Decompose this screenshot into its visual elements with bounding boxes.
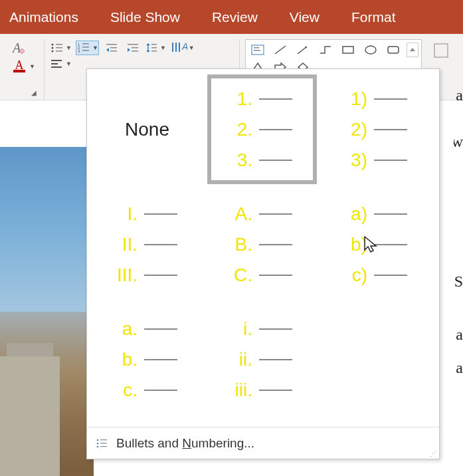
- increase-indent-icon: [126, 42, 139, 54]
- svg-rect-50: [100, 446, 107, 447]
- none-label: None: [125, 119, 169, 140]
- quick-styles-button[interactable]: [430, 39, 452, 62]
- caret-down-icon: ▼: [92, 45, 98, 51]
- font-color-button[interactable]: A ▼: [11, 58, 35, 75]
- svg-text:A: A: [181, 41, 187, 52]
- tab-slide-show[interactable]: Slide Show: [108, 5, 183, 29]
- numbering-option-decimal-paren[interactable]: 1) 2) 3): [322, 74, 432, 184]
- text-direction-button[interactable]: A ▼: [170, 41, 195, 55]
- increase-indent-button[interactable]: [124, 39, 141, 57]
- svg-point-37: [365, 46, 376, 54]
- bullets-button[interactable]: ▼: [50, 41, 72, 55]
- numbering-option-decimal-dot[interactable]: 1. 2. 3.: [207, 74, 317, 184]
- line-spacing-button[interactable]: ▼: [145, 41, 166, 55]
- slide-thumbnail: [0, 147, 94, 476]
- align-left-icon: [50, 58, 64, 70]
- svg-marker-39: [410, 48, 415, 51]
- eraser-icon: [18, 46, 26, 54]
- tab-format[interactable]: Format: [349, 5, 399, 29]
- slide-text-peek: a w S a a e: [454, 86, 463, 419]
- svg-rect-46: [100, 439, 107, 440]
- svg-rect-7: [82, 43, 89, 45]
- svg-point-2: [52, 47, 54, 49]
- tab-view[interactable]: View: [287, 5, 322, 29]
- svg-rect-27: [51, 60, 62, 61]
- gallery-scroll-up[interactable]: [407, 43, 418, 57]
- align-left-button[interactable]: ▼: [50, 58, 72, 70]
- svg-marker-17: [128, 48, 130, 52]
- text-box-shape[interactable]: [248, 43, 267, 57]
- svg-point-45: [97, 439, 98, 440]
- caret-down-icon: ▼: [189, 45, 195, 51]
- numbering-option-lower-roman[interactable]: i. ii. iii.: [207, 304, 317, 414]
- svg-rect-9: [82, 47, 89, 48]
- svg-point-47: [97, 442, 98, 443]
- svg-rect-19: [132, 51, 138, 52]
- svg-rect-48: [100, 443, 107, 443]
- svg-rect-11: [82, 50, 89, 51]
- svg-point-49: [97, 445, 98, 447]
- svg-rect-3: [56, 47, 62, 49]
- svg-rect-32: [254, 50, 260, 51]
- numbering-option-none[interactable]: None: [92, 74, 202, 184]
- slide-building-graphic: [0, 356, 60, 476]
- svg-rect-21: [151, 47, 157, 49]
- svg-rect-38: [388, 47, 399, 53]
- svg-rect-14: [110, 47, 117, 49]
- line-spacing-icon: [145, 41, 159, 55]
- numbering-icon: 123: [76, 41, 91, 55]
- rectangle-shape[interactable]: [339, 43, 357, 57]
- svg-rect-25: [179, 43, 180, 52]
- caret-down-icon: ▼: [29, 63, 35, 70]
- svg-rect-1: [56, 44, 62, 45]
- connector-shape[interactable]: [316, 43, 335, 57]
- svg-line-33: [275, 46, 286, 54]
- svg-point-0: [52, 44, 54, 46]
- text-direction-icon: A: [170, 41, 187, 55]
- svg-rect-43: [434, 44, 448, 57]
- numbering-button[interactable]: 123 ▼: [76, 41, 99, 55]
- svg-marker-13: [106, 48, 109, 52]
- line-arrow-shape[interactable]: [294, 43, 312, 57]
- resize-handle-icon: ⋰: [430, 450, 436, 457]
- svg-text:3: 3: [78, 49, 80, 53]
- svg-line-34: [298, 47, 307, 54]
- footer-label: Bullets and Numbering...: [116, 436, 254, 451]
- svg-rect-36: [343, 47, 353, 53]
- font-color-a-icon: A: [15, 60, 24, 70]
- font-dialog-launcher[interactable]: ◢: [31, 89, 41, 98]
- svg-rect-28: [51, 63, 58, 64]
- numbering-option-blank: [322, 304, 432, 414]
- bullets-numbering-icon: [95, 437, 110, 449]
- tab-review[interactable]: Review: [209, 5, 260, 29]
- svg-rect-23: [172, 43, 173, 52]
- clear-formatting-button[interactable]: A: [11, 39, 28, 57]
- numbering-option-upper-alpha[interactable]: A. B. C.: [207, 189, 317, 299]
- caret-down-icon: ▼: [66, 45, 72, 51]
- svg-point-4: [52, 51, 54, 53]
- numbering-option-upper-roman[interactable]: I. II. III.: [92, 189, 202, 299]
- svg-rect-29: [51, 66, 62, 68]
- oval-shape[interactable]: [361, 43, 380, 57]
- caret-down-icon: ▼: [66, 60, 72, 67]
- bullets-icon: [50, 41, 64, 55]
- svg-rect-20: [151, 44, 157, 45]
- caret-down-icon: ▼: [160, 45, 166, 51]
- line-shape[interactable]: [271, 43, 290, 57]
- numbering-dropdown: None 1. 2. 3. 1) 2) 3) I. II. III. A. B.…: [86, 68, 440, 459]
- rounded-rect-shape[interactable]: [384, 43, 403, 57]
- numbering-option-lower-alpha[interactable]: a. b. c.: [92, 304, 202, 414]
- font-color-bar: [13, 70, 25, 72]
- numbering-option-lower-alpha-paren[interactable]: a) b) c): [322, 189, 432, 299]
- tab-animations[interactable]: Animations: [7, 5, 81, 29]
- svg-rect-24: [175, 43, 177, 52]
- svg-rect-5: [56, 51, 62, 52]
- svg-rect-16: [128, 44, 138, 45]
- svg-rect-15: [110, 51, 117, 52]
- svg-rect-12: [106, 44, 117, 45]
- bullets-and-numbering-option[interactable]: Bullets and Numbering... ⋰: [87, 427, 439, 459]
- decrease-indent-button[interactable]: [103, 39, 120, 57]
- svg-rect-18: [132, 47, 138, 49]
- svg-rect-22: [151, 51, 157, 52]
- decrease-indent-icon: [105, 42, 118, 54]
